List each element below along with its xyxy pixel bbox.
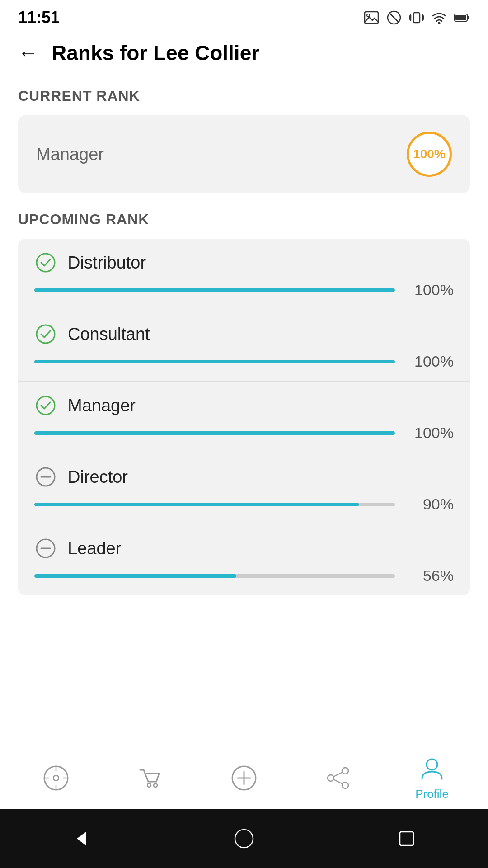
svg-point-38	[235, 830, 253, 848]
svg-rect-4	[413, 13, 420, 23]
svg-marker-37	[77, 832, 86, 845]
nav-item-share[interactable]	[291, 764, 385, 793]
battery-icon	[454, 9, 470, 26]
upcoming-ranks-list: Distributor 100%	[18, 239, 470, 595]
page-header: ← Ranks for Lee Collier	[0, 32, 488, 74]
main-content: CURRENT RANK Manager 100% UPCOMING RANK	[0, 74, 488, 604]
wifi-icon	[431, 9, 447, 26]
rank-name-leader: Leader	[68, 539, 121, 558]
rank-name-consultant: Consultant	[68, 325, 150, 344]
nav-label-profile: Profile	[415, 787, 449, 801]
vibrate-icon	[408, 9, 425, 26]
rank-percentage-text: 100%	[413, 147, 446, 161]
rank-item-director: Director 90%	[18, 453, 470, 524]
current-rank-section: CURRENT RANK Manager 100%	[18, 88, 470, 193]
svg-point-13	[37, 254, 55, 272]
svg-point-21	[53, 775, 59, 781]
svg-point-31	[342, 768, 348, 774]
add-icon	[230, 764, 258, 793]
progress-bar-manager	[34, 431, 395, 435]
svg-point-14	[37, 325, 55, 343]
progress-bar-distributor	[34, 288, 395, 292]
system-nav-bar	[0, 809, 488, 868]
minus-circle-icon-director	[34, 466, 57, 488]
back-system-button[interactable]	[70, 827, 93, 850]
upcoming-rank-section: UPCOMING RANK Distributor	[18, 211, 470, 595]
svg-line-3	[389, 13, 399, 23]
progress-pct-director: 90%	[404, 495, 454, 513]
svg-line-35	[333, 779, 343, 784]
progress-pct-manager: 100%	[404, 424, 454, 442]
svg-point-9	[438, 22, 441, 24]
svg-rect-0	[365, 12, 378, 24]
block-icon	[386, 9, 402, 26]
rank-name-director: Director	[68, 467, 128, 487]
rank-name-manager: Manager	[68, 396, 136, 415]
status-bar: 11:51	[0, 0, 488, 32]
current-rank-label: CURRENT RANK	[18, 88, 470, 104]
rank-item-consultant: Consultant 100%	[18, 310, 470, 382]
rank-name-distributor: Distributor	[68, 253, 146, 273]
rank-item-leader: Leader 56%	[18, 524, 470, 595]
bottom-navigation: Profile	[0, 746, 488, 809]
svg-rect-11	[467, 16, 469, 19]
check-icon-manager	[34, 394, 57, 417]
progress-bar-leader	[34, 574, 395, 578]
rank-item-distributor: Distributor 100%	[18, 239, 470, 310]
progress-pct-consultant: 100%	[404, 353, 454, 370]
back-button[interactable]: ←	[18, 43, 38, 63]
home-system-button[interactable]	[233, 827, 255, 850]
share-icon	[324, 764, 352, 793]
page-title: Ranks for Lee Collier	[52, 41, 259, 65]
nav-item-add[interactable]	[197, 764, 291, 793]
svg-point-33	[328, 775, 334, 781]
current-rank-card: Manager 100%	[18, 115, 470, 193]
progress-pct-leader: 56%	[404, 567, 454, 585]
progress-pct-distributor: 100%	[404, 281, 454, 299]
svg-point-36	[427, 759, 437, 770]
recents-system-button[interactable]	[395, 827, 418, 850]
check-icon-consultant	[34, 323, 57, 345]
cart-icon	[136, 764, 164, 793]
profile-icon	[418, 755, 446, 783]
svg-point-27	[154, 783, 157, 787]
progress-bar-consultant	[34, 360, 395, 363]
status-icons	[363, 9, 470, 26]
rank-percentage-circle: 100%	[407, 132, 452, 177]
svg-rect-39	[400, 832, 413, 845]
status-time: 11:51	[18, 8, 60, 27]
image-icon	[363, 9, 380, 26]
svg-rect-12	[455, 15, 466, 20]
current-rank-name: Manager	[36, 145, 104, 164]
svg-point-32	[342, 782, 348, 788]
check-icon-distributor	[34, 251, 57, 274]
upcoming-rank-label: UPCOMING RANK	[18, 211, 470, 228]
minus-circle-icon-leader	[34, 537, 57, 560]
progress-bar-director	[34, 503, 395, 506]
svg-point-15	[37, 396, 55, 415]
nav-item-profile[interactable]: Profile	[385, 755, 479, 801]
svg-point-26	[147, 783, 151, 787]
nav-item-dashboard[interactable]	[9, 764, 103, 793]
nav-item-cart[interactable]	[103, 764, 197, 793]
svg-line-34	[333, 772, 343, 777]
rank-item-manager: Manager 100%	[18, 382, 470, 453]
svg-point-1	[367, 14, 370, 17]
dashboard-icon	[42, 764, 70, 793]
